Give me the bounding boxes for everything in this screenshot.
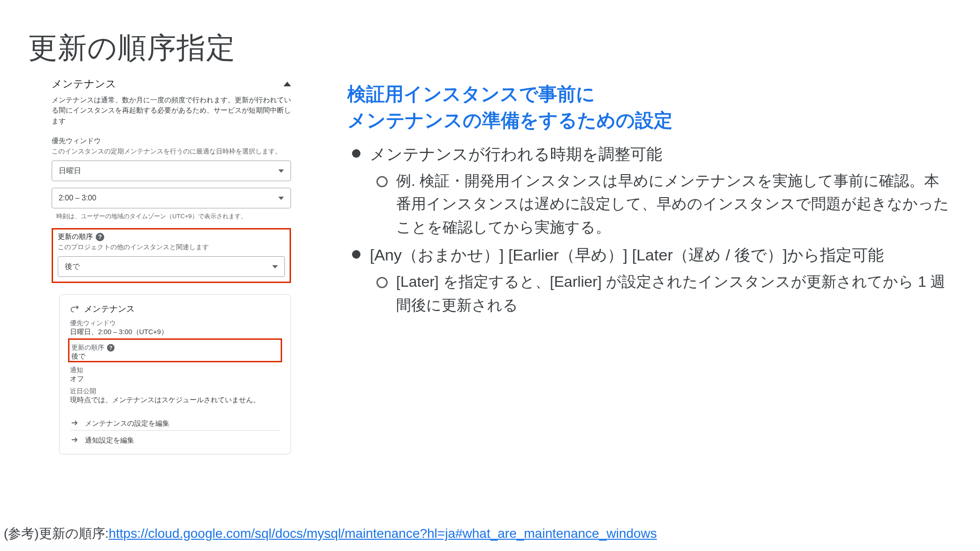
arrow-right-icon: [70, 436, 78, 445]
preferred-window-description: このインスタンスの定期メンテナンスを行うのに最適な日時枠を選択します。: [52, 147, 291, 156]
slide-title: 更新の順序指定: [28, 28, 952, 68]
card-pref-label: 優先ウィンドウ: [70, 319, 280, 328]
card-upcoming-value: 現時点では、メンテナンスはスケジュールされていません。: [70, 396, 280, 405]
footer-reference: (参考)更新の順序:https://cloud.google.com/sql/d…: [4, 525, 657, 543]
help-icon[interactable]: ?: [107, 344, 115, 352]
card-order-value: 後で: [71, 352, 279, 361]
card-notif-label: 通知: [70, 366, 280, 375]
card-upcoming-label: 近日公開: [70, 387, 280, 396]
update-order-value: 後で: [65, 262, 80, 272]
panel-description: メンテナンスは通常、数か月に一度の頻度で行われます。更新が行われている間にインス…: [52, 95, 291, 126]
update-order-description: このプロジェクトの他のインスタンスと関連します: [58, 243, 285, 252]
section-heading: 検証用インスタンスで事前に メンテナンスの準備をするための設定: [347, 81, 952, 133]
card-pref-value: 日曜日、2:00 – 3:00（UTC+9）: [70, 328, 280, 337]
caret-down-icon: [278, 197, 284, 200]
timezone-note: 時刻は、ユーザーの地域のタイムゾーン（UTC+9）で表示されます。: [56, 212, 291, 221]
edit-notification-label: 通知設定を編集: [85, 436, 134, 445]
help-icon[interactable]: ?: [96, 233, 104, 241]
edit-notification-link[interactable]: 通知設定を編集: [70, 430, 280, 445]
card-notif-value: オフ: [70, 375, 280, 383]
caret-down-icon: [272, 265, 278, 268]
time-select-value: 2:00 – 3:00: [59, 194, 96, 202]
bullet-2: [Any（おまかせ）] [Earlier（早め）] [Later（遅め / 後で…: [347, 243, 952, 317]
edit-maintenance-label: メンテナンスの設定を編集: [85, 419, 169, 428]
card-order-label: 更新の順序: [71, 344, 104, 352]
card-title-text: メンテナンス: [84, 303, 135, 314]
update-order-highlight: 更新の順序 ? このプロジェクトの他のインスタンスと関連します 後で: [52, 228, 291, 283]
bullet-1-sub-1: 例. 検証・開発用インスタンスは早めにメンテナンスを実施して事前に確認。本番用イ…: [370, 169, 952, 239]
day-select[interactable]: 日曜日: [52, 161, 291, 181]
arrow-right-icon: [70, 419, 78, 429]
update-order-select[interactable]: 後で: [58, 256, 285, 277]
panel-title: メンテナンス: [52, 77, 116, 91]
bullet-1: メンテナンスが行われる時期を調整可能 例. 検証・開発用インスタンスは早めにメン…: [347, 142, 952, 239]
update-order-heading: 更新の順序: [58, 232, 93, 241]
day-select-value: 日曜日: [59, 166, 81, 176]
card-order-highlight: 更新の順序 ? 後で: [68, 338, 282, 362]
preferred-window-heading: 優先ウィンドウ: [52, 137, 291, 145]
bullet-2-sub-1: [Later] を指定すると、[Earlier] が設定されたインスタンスが更新…: [370, 270, 952, 317]
caret-down-icon: [278, 169, 284, 173]
edit-maintenance-link[interactable]: メンテナンスの設定を編集: [70, 412, 280, 429]
maintenance-summary-card: メンテナンス 優先ウィンドウ 日曜日、2:00 – 3:00（UTC+9） 更新…: [59, 294, 291, 454]
chevron-up-icon[interactable]: [283, 82, 291, 86]
refresh-icon: [70, 304, 79, 314]
reference-link[interactable]: https://cloud.google.com/sql/docs/mysql/…: [108, 526, 657, 541]
time-select[interactable]: 2:00 – 3:00: [52, 188, 291, 208]
